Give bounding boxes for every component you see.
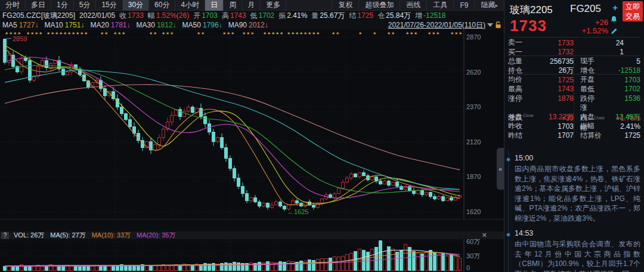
svg-text:★: ★ <box>291 31 295 35</box>
period-tab-5分[interactable]: 5分 <box>74 0 97 11</box>
price-change: +26 +1.52% <box>582 18 608 35</box>
tool-button-超级叠加[interactable]: 超级叠加 <box>358 0 400 11</box>
field-增: 增-12518 <box>415 11 445 20</box>
ma-line-MA30 <box>5 66 460 193</box>
period-tab-15分[interactable]: 15分 <box>96 0 122 11</box>
quote-row-涨停: 涨停1878跌停1536 <box>508 94 640 103</box>
svg-text:★: ★ <box>332 31 335 35</box>
svg-text:★: ★ <box>80 31 83 35</box>
candlestick-chart-svg: 287026202370212018701620★★★★★★★★★★★★★★★★… <box>0 30 504 220</box>
svg-text:★: ★ <box>428 31 431 35</box>
svg-text:2859: 2859 <box>13 35 27 42</box>
tool-button-画线[interactable]: 画线 <box>400 0 426 11</box>
period-tab-月[interactable]: 月 <box>242 0 261 11</box>
tool-button-复权[interactable]: 复权 <box>332 0 358 11</box>
tool-button-隐藏[interactable]: 隐藏▸ <box>474 0 504 11</box>
tool-button-F9[interactable]: F9 <box>453 1 474 10</box>
svg-text:★: ★ <box>113 31 117 35</box>
svg-text:★: ★ <box>162 31 165 35</box>
svg-text:★: ★ <box>358 31 362 35</box>
ma-legend-MA50: MA501796↓ <box>182 21 222 29</box>
period-tab-4小时[interactable]: 4小时 <box>175 0 205 11</box>
svg-text:★: ★ <box>263 31 267 35</box>
svg-text:★: ★ <box>197 31 200 35</box>
quote-header: 玻璃2205 FG205 + 立即交易 1733 +26 +1.52% <box>504 0 644 37</box>
tool-button-工具[interactable]: 工具 <box>426 0 453 11</box>
svg-text:★: ★ <box>432 31 435 35</box>
field-量: 量25.67万 <box>311 11 345 20</box>
volume-ma-values: VOL: 26万MA(5): 27万MA(10): 33万MA(20): 35万 <box>14 231 176 240</box>
svg-text:★: ★ <box>336 31 339 35</box>
timeline-dot-icon <box>506 157 511 162</box>
ohlc-fields: 收1733幅1.52%(26)开1703高1743低1702振2.41%量25.… <box>119 11 445 20</box>
add-watchlist-icon[interactable]: + <box>612 2 618 13</box>
submenu-arrow-icon: ▸ <box>495 2 498 8</box>
svg-text:★: ★ <box>391 31 395 35</box>
svg-text:★: ★ <box>104 31 108 35</box>
alert-bell-icon[interactable] <box>610 16 618 23</box>
svg-text:★: ★ <box>35 31 38 35</box>
panel-collapse-handle[interactable]: » <box>497 148 504 190</box>
quote-row-卖一: 卖一173324 <box>508 38 640 47</box>
svg-text:★: ★ <box>39 31 42 35</box>
quote-row-最高: 最高1743最低1702 <box>508 84 640 94</box>
svg-text:2120: 2120 <box>466 138 481 146</box>
chevron-down-icon[interactable] <box>487 23 493 27</box>
svg-text:★: ★ <box>267 31 271 35</box>
period-tab-更多[interactable]: 更多 <box>261 0 286 11</box>
svg-text:★: ★ <box>287 31 290 35</box>
close-icon[interactable]: ✕ <box>482 231 503 239</box>
ma-legend-bar: MA51727↓MA101751↓MA201781↓MA301812↓MA501… <box>0 20 504 30</box>
contract-name: 玻璃2205 <box>510 3 553 17</box>
date-range-selector[interactable]: 2021/07/26-2022/01/05(110日) <box>388 20 501 30</box>
period-tab-日[interactable]: 日 <box>205 0 224 11</box>
svg-text:★: ★ <box>250 31 254 35</box>
ma-legend-MA10: MA101751↓ <box>44 21 84 29</box>
change-value: +26 <box>582 18 608 27</box>
news-item[interactable]: 15:00国内商品期市收盘多数上涨，黑色系多数上涨，焦炭涨逾4%，热卷、铁矿石涨… <box>504 150 644 225</box>
quote-row-均价: 均价1725开盘1703 <box>508 75 640 84</box>
svg-text:★: ★ <box>275 31 279 35</box>
svg-text:★: ★ <box>459 31 462 35</box>
svg-text:2370: 2370 <box>466 103 481 110</box>
svg-text:★: ★ <box>67 31 71 35</box>
field-高: 高1743 <box>222 11 246 20</box>
trade-date: 2022/01/05 <box>79 11 115 20</box>
svg-text:★: ★ <box>84 31 88 35</box>
date-range-label[interactable]: 2021/07/26-2022/01/05(110日) <box>388 20 485 30</box>
unlock-icon[interactable] <box>495 21 501 29</box>
svg-text:1870: 1870 <box>466 173 481 180</box>
instrument-info-bar: FG205.CZC[玻璃2205] 2022/01/05 收1733幅1.52%… <box>0 11 504 20</box>
period-tab-1分[interactable]: 1分 <box>51 0 74 11</box>
svg-text:★: ★ <box>312 31 315 35</box>
svg-text:2620: 2620 <box>466 69 481 76</box>
svg-text:★: ★ <box>201 31 205 35</box>
vol-legend-MA20: MA(20): 35万 <box>137 231 175 240</box>
svg-text:★: ★ <box>76 31 79 35</box>
svg-text:★: ★ <box>5 31 8 35</box>
help-icon[interactable]: ? <box>1 232 9 239</box>
news-feed[interactable]: 15:00国内商品期市收盘多数上涨，黑色系多数上涨，焦炭涨逾4%，热卷、铁矿石涨… <box>504 150 644 272</box>
field-幅: 幅1.52%(26) <box>148 11 189 20</box>
svg-text:1620: 1620 <box>466 208 481 215</box>
main-price-chart[interactable]: 287026202370212018701620★★★★★★★★★★★★★★★★… <box>0 30 504 220</box>
svg-text:★: ★ <box>271 31 275 35</box>
ma-line-MA90 <box>5 85 460 170</box>
svg-text:★: ★ <box>149 31 153 35</box>
news-item[interactable]: 14:53由中国物流与采购联合会调查、发布的去年12月份中国大宗商品指数（CBM… <box>504 225 644 272</box>
trade-now-button[interactable]: 立即交易 <box>623 1 643 21</box>
period-tab-多日[interactable]: 多日 <box>26 0 51 11</box>
period-tab-30分[interactable]: 30分 <box>123 0 149 11</box>
edit-pencil-icon[interactable] <box>610 27 618 35</box>
svg-text:★: ★ <box>387 31 391 35</box>
period-tab-60分[interactable]: 60分 <box>149 0 175 11</box>
svg-text:★: ★ <box>170 31 174 35</box>
svg-text:★: ★ <box>242 31 246 35</box>
period-tabs: 分时多日1分5分15分30分60分4小时日周月更多 <box>0 0 286 11</box>
svg-text:★: ★ <box>405 31 409 35</box>
quote-row-昨结: 昨结1707结算价1725 <box>508 131 640 140</box>
period-tab-周[interactable]: 周 <box>224 0 242 11</box>
period-tab-分时[interactable]: 分时 <box>0 0 26 11</box>
volume-chart[interactable]: 60万30万0 <box>0 239 504 272</box>
field-开: 开1703 <box>193 11 218 20</box>
